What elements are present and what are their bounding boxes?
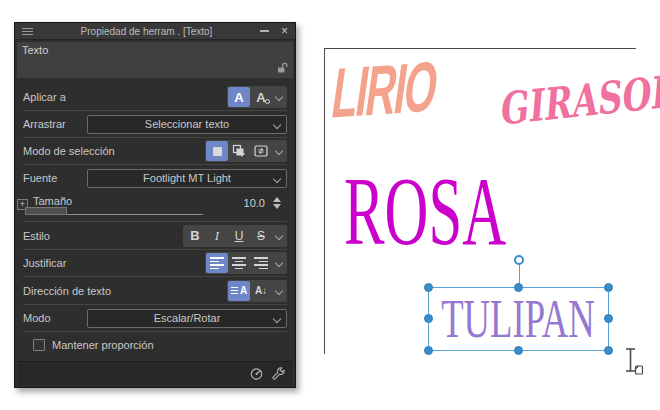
row-estilo: Estilo B I U S xyxy=(23,222,287,250)
lock-open-icon[interactable] xyxy=(275,62,288,75)
row-arrastrar: Arrastrar Seleccionar texto xyxy=(23,111,287,138)
fuente-dropdown[interactable]: Footlight MT Light xyxy=(87,169,287,188)
tamano-value[interactable]: 10.0 xyxy=(244,197,265,209)
fuente-value: Footlight MT Light xyxy=(143,172,231,184)
chevron-down-icon[interactable] xyxy=(272,94,286,100)
direccion-buttons: A A↓ xyxy=(227,280,287,302)
aplicar-a-buttons: A A xyxy=(227,86,287,108)
underline-button[interactable]: U xyxy=(228,226,250,246)
row-modo-seleccion: Modo de selección xyxy=(23,138,287,165)
rotate-handle-stem xyxy=(519,264,520,284)
fuente-label: Fuente xyxy=(23,172,85,184)
modo-dropdown[interactable]: Escalar/Rotar xyxy=(87,309,287,328)
row-mantener-proporcion: Mantener proporción xyxy=(23,332,287,357)
sub-tool-name: Texto xyxy=(22,44,48,56)
bold-button[interactable]: B xyxy=(184,226,206,246)
modo-value: Escalar/Rotar xyxy=(154,312,221,324)
sub-tool-box: Texto xyxy=(17,42,293,78)
reset-dial-icon[interactable] xyxy=(249,366,264,381)
screenshot-root: LIRIO GIRASOL ROSA TULIPAN Propiedad de … xyxy=(0,0,660,410)
row-justificar: Justificar xyxy=(23,250,287,277)
justificar-buttons xyxy=(205,252,287,274)
selection-handle-top-right[interactable] xyxy=(604,283,613,292)
estilo-buttons: B I U S xyxy=(183,225,287,247)
justificar-label: Justificar xyxy=(23,257,66,269)
spinner-icon[interactable] xyxy=(273,197,281,209)
aplicar-a-label: Aplicar a xyxy=(23,91,66,103)
apply-to-object-button[interactable]: A xyxy=(250,87,272,107)
selection-handle-mid-left[interactable] xyxy=(424,314,433,323)
modo-seleccion-label: Modo de selección xyxy=(23,145,115,157)
panel-titlebar: Propiedad de herram . [Texto] × xyxy=(15,23,295,40)
spinner-down-icon[interactable] xyxy=(273,204,281,209)
row-modo: Modo Escalar/Rotar xyxy=(23,305,287,332)
chevron-down-icon[interactable] xyxy=(272,260,286,266)
mantener-proporcion-label: Mantener proporción xyxy=(52,339,154,351)
slider-track xyxy=(67,214,203,215)
arrastrar-label: Arrastrar xyxy=(23,118,85,130)
add-selection-icon[interactable] xyxy=(228,141,250,161)
swap-selection-icon[interactable] xyxy=(250,141,272,161)
slider-fill xyxy=(25,207,67,215)
minimize-icon[interactable] xyxy=(260,30,269,32)
align-left-icon[interactable] xyxy=(206,253,228,273)
row-fuente: Fuente Footlight MT Light xyxy=(23,165,287,191)
text-selection-box[interactable]: TULIPAN xyxy=(428,287,609,351)
strikethrough-button[interactable]: S xyxy=(250,226,272,246)
text-horizontal-icon[interactable]: A xyxy=(228,281,250,301)
rotate-handle-icon[interactable] xyxy=(514,255,524,265)
small-circle-icon xyxy=(265,99,270,104)
wrench-icon[interactable] xyxy=(271,366,286,381)
arrastrar-dropdown[interactable]: Seleccionar texto xyxy=(87,115,287,134)
tamano-label: Tamaño xyxy=(33,195,72,207)
selection-handle-bottom-left[interactable] xyxy=(424,346,433,355)
mantener-proporcion-checkbox[interactable] xyxy=(33,339,45,351)
row-aplicar-a: Aplicar a A A xyxy=(23,84,287,111)
row-direccion-texto: Dirección de texto A A↓ xyxy=(23,277,287,305)
menu-icon[interactable] xyxy=(22,28,33,35)
chevron-down-icon[interactable] xyxy=(272,233,286,239)
modo-label: Modo xyxy=(23,312,85,324)
chevron-down-icon xyxy=(273,120,281,128)
modo-seleccion-buttons xyxy=(205,140,287,162)
align-right-icon[interactable] xyxy=(250,253,272,273)
direccion-label: Dirección de texto xyxy=(23,285,111,297)
chevron-down-icon xyxy=(273,174,281,182)
align-center-icon[interactable] xyxy=(228,253,250,273)
selection-handle-top-left[interactable] xyxy=(424,283,433,292)
panel-footer xyxy=(17,361,293,385)
selection-handle-bottom-right[interactable] xyxy=(604,346,613,355)
tamano-slider[interactable] xyxy=(25,207,203,215)
new-selection-icon[interactable] xyxy=(206,141,228,161)
panel-title: Propiedad de herram . [Texto] xyxy=(33,26,260,37)
close-icon[interactable]: × xyxy=(281,26,288,36)
ibeam-cursor-icon xyxy=(624,346,646,378)
italic-button[interactable]: I xyxy=(206,226,228,246)
spinner-up-icon[interactable] xyxy=(273,197,281,202)
estilo-label: Estilo xyxy=(23,230,50,242)
tool-property-panel: Propiedad de herram . [Texto] × Texto Ap… xyxy=(14,22,296,388)
chevron-down-icon[interactable] xyxy=(272,148,286,154)
selection-handle-mid-right[interactable] xyxy=(604,314,613,323)
chevron-down-icon[interactable] xyxy=(272,288,286,294)
canvas-text-rosa[interactable]: ROSA xyxy=(344,162,506,260)
arrastrar-value: Seleccionar texto xyxy=(145,118,229,130)
row-tamano: + Tamaño 10.0 xyxy=(23,191,287,222)
apply-to-text-button[interactable]: A xyxy=(228,87,250,107)
canvas-text-lirio[interactable]: LIRIO xyxy=(328,51,441,129)
property-rows: Aplicar a A A Arrastrar Seleccionar text… xyxy=(15,80,295,357)
text-vertical-icon[interactable]: A↓ xyxy=(250,281,272,301)
canvas-text-tulipan[interactable]: TULIPAN xyxy=(442,292,596,346)
chevron-down-icon xyxy=(273,314,281,322)
